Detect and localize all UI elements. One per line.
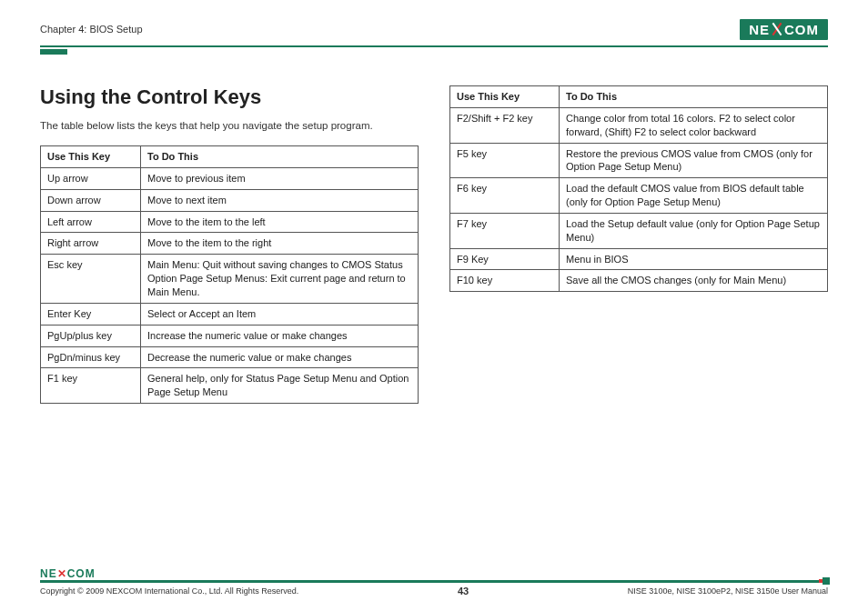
key-cell: F2/Shift + F2 key bbox=[450, 107, 560, 143]
logo-text-right: COM bbox=[784, 22, 819, 37]
col-header-key: Use This Key bbox=[41, 146, 141, 168]
key-cell: Esc key bbox=[41, 255, 141, 304]
footer-logo-left: NE bbox=[40, 567, 57, 580]
page-number: 43 bbox=[458, 586, 469, 596]
desc-cell: Select or Accept an Item bbox=[141, 303, 419, 325]
header: Chapter 4: BIOS Setup NE COM bbox=[40, 18, 828, 40]
right-column: Use This Key To Do This F2/Shift + F2 ke… bbox=[449, 85, 828, 404]
table-row: F6 keyLoad the default CMOS value from B… bbox=[450, 178, 828, 214]
manual-name: NISE 3100e, NISE 3100eP2, NISE 3150e Use… bbox=[628, 586, 828, 596]
footer-logo-x-icon: ✕ bbox=[57, 567, 67, 580]
chapter-label: Chapter 4: BIOS Setup bbox=[40, 24, 143, 35]
key-cell: Enter Key bbox=[41, 303, 141, 325]
desc-cell: Load the default CMOS value from BIOS de… bbox=[560, 178, 828, 214]
key-cell: PgUp/plus key bbox=[41, 325, 141, 346]
key-cell: Left arrow bbox=[41, 211, 141, 233]
key-cell: Right arrow bbox=[41, 233, 141, 255]
table-row: PgDn/minus keyDecrease the numeric value… bbox=[41, 346, 419, 368]
footer-rule bbox=[40, 580, 828, 583]
desc-cell: Move to next item bbox=[141, 189, 419, 211]
key-cell: PgDn/minus key bbox=[41, 346, 141, 368]
copyright: Copyright © 2009 NEXCOM International Co… bbox=[40, 586, 298, 596]
col-header-do: To Do This bbox=[141, 146, 419, 168]
logo-x-icon bbox=[771, 23, 783, 35]
table-row: Down arrowMove to next item bbox=[41, 189, 419, 211]
desc-cell: Restore the previous CMOS value from CMO… bbox=[560, 143, 828, 178]
control-keys-table-2: Use This Key To Do This F2/Shift + F2 ke… bbox=[449, 85, 828, 292]
table-row: F9 KeyMenu in BIOS bbox=[450, 248, 828, 270]
table-row: Left arrowMove to the item to the left bbox=[41, 211, 419, 233]
logo-text-left: NE bbox=[749, 22, 770, 37]
table-row: Up arrowMove to previous item bbox=[41, 167, 419, 189]
table-row: F7 keyLoad the Setup default value (only… bbox=[450, 213, 828, 248]
footer-logo: NE✕COM bbox=[40, 567, 828, 580]
key-cell: Down arrow bbox=[41, 189, 141, 211]
desc-cell: Move to the item to the left bbox=[141, 211, 419, 233]
desc-cell: Increase the numeric value or make chang… bbox=[141, 325, 419, 346]
desc-cell: Menu in BIOS bbox=[560, 248, 828, 270]
key-cell: F7 key bbox=[450, 213, 560, 248]
left-column: Using the Control Keys The table below l… bbox=[40, 85, 419, 404]
key-cell: F5 key bbox=[450, 143, 560, 178]
table-row: F2/Shift + F2 keyChange color from total… bbox=[450, 107, 828, 143]
page: Chapter 4: BIOS Setup NE COM Using the C… bbox=[0, 0, 868, 611]
key-cell: F10 key bbox=[450, 270, 560, 292]
desc-cell: Save all the CMOS changes (only for Main… bbox=[560, 270, 828, 292]
table-row: Esc keyMain Menu: Quit without saving ch… bbox=[41, 255, 419, 304]
table-row: F10 keySave all the CMOS changes (only f… bbox=[450, 270, 828, 292]
col-header-do: To Do This bbox=[560, 86, 828, 108]
footer: NE✕COM Copyright © 2009 NEXCOM Internati… bbox=[40, 567, 828, 596]
desc-cell: Decrease the numeric value or make chang… bbox=[141, 346, 419, 368]
key-cell: F1 key bbox=[41, 368, 141, 404]
desc-cell: Change color from total 16 colors. F2 to… bbox=[560, 107, 828, 143]
desc-cell: General help, only for Status Page Setup… bbox=[141, 368, 419, 404]
intro-text: The table below lists the keys that help… bbox=[40, 118, 419, 133]
key-cell: F9 Key bbox=[450, 248, 560, 270]
table-row: Right arrowMove to the item to the right bbox=[41, 233, 419, 255]
desc-cell: Load the Setup default value (only for O… bbox=[560, 213, 828, 248]
key-cell: F6 key bbox=[450, 178, 560, 214]
table-header-row: Use This Key To Do This bbox=[41, 146, 419, 168]
content: Using the Control Keys The table below l… bbox=[40, 85, 828, 404]
header-rule bbox=[40, 45, 828, 47]
control-keys-table-1: Use This Key To Do This Up arrowMove to … bbox=[40, 145, 419, 404]
footer-logo-right: COM bbox=[67, 567, 96, 580]
col-header-key: Use This Key bbox=[450, 86, 560, 108]
key-cell: Up arrow bbox=[41, 167, 141, 189]
table-row: Enter KeySelect or Accept an Item bbox=[41, 303, 419, 325]
logo: NE COM bbox=[740, 19, 828, 40]
table-row: F5 keyRestore the previous CMOS value fr… bbox=[450, 143, 828, 178]
table-row: PgUp/plus keyIncrease the numeric value … bbox=[41, 325, 419, 346]
footer-row: Copyright © 2009 NEXCOM International Co… bbox=[40, 586, 828, 596]
desc-cell: Move to the item to the right bbox=[141, 233, 419, 255]
table-header-row: Use This Key To Do This bbox=[450, 86, 828, 108]
desc-cell: Move to previous item bbox=[141, 167, 419, 189]
table-row: F1 keyGeneral help, only for Status Page… bbox=[41, 368, 419, 404]
page-title: Using the Control Keys bbox=[40, 85, 419, 109]
desc-cell: Main Menu: Quit without saving changes t… bbox=[141, 255, 419, 304]
